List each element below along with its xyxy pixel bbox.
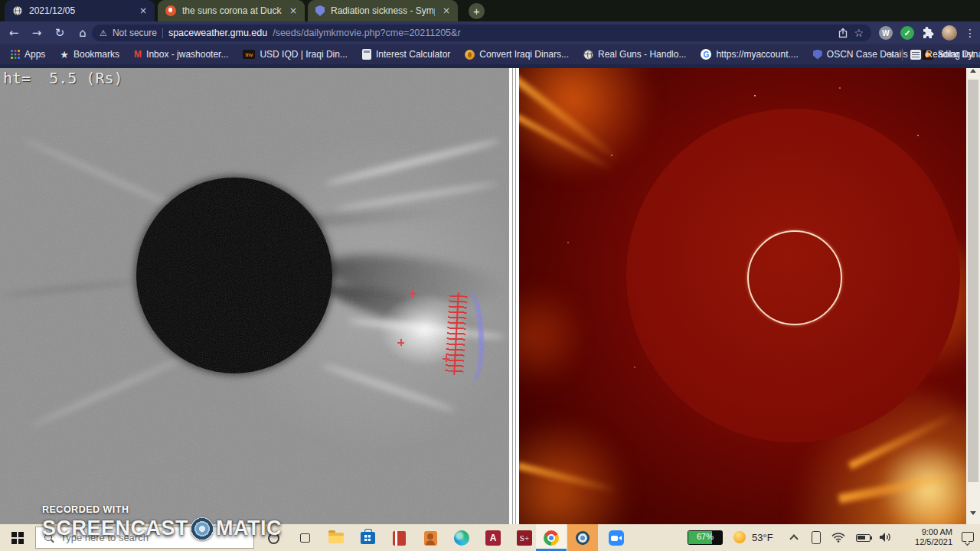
screencastomatic-button[interactable]	[573, 528, 593, 548]
access-button[interactable]: A	[483, 528, 503, 548]
address-bar[interactable]: ⚠ Not secure spaceweather.gmu.edu /seeds…	[92, 24, 871, 41]
gmail-icon: M	[134, 49, 142, 60]
search-input[interactable]	[60, 532, 237, 543]
battery-percent-label: 67%	[688, 532, 723, 541]
bookmark-interest-calculator[interactable]: Interest Calculator	[362, 49, 450, 60]
shield-favicon-icon	[315, 5, 325, 16]
tab-title: the suns corona at DuckDuckGo	[182, 5, 282, 16]
bookmark-convert-dinars[interactable]: Convert Iraqi Dinars...	[465, 49, 569, 60]
profile-avatar[interactable]	[942, 25, 957, 41]
tab-title: Radiation sickness - Symptoms a	[331, 5, 435, 16]
scroll-down-arrow-icon[interactable]	[970, 511, 976, 515]
share-icon[interactable]	[838, 28, 848, 38]
image-divider	[509, 64, 519, 524]
scroll-up-arrow-icon[interactable]	[970, 69, 976, 73]
cortana-icon	[268, 533, 279, 544]
calculator-icon	[362, 49, 371, 60]
reading-list-button[interactable]: Reading list	[910, 49, 974, 60]
home-button[interactable]: ⌂	[74, 26, 92, 40]
duckduckgo-favicon-icon	[165, 5, 176, 16]
bookmarks-bar: Apps ★ Bookmarks M Inbox - jwashooter...…	[0, 44, 980, 64]
reload-button[interactable]: ↻	[51, 26, 69, 40]
zoom-app-button[interactable]	[606, 528, 626, 548]
file-explorer-button[interactable]	[326, 528, 346, 548]
url-divider	[162, 28, 163, 38]
close-tab-icon[interactable]: ×	[441, 5, 452, 16]
not-secure-warning-icon: ⚠	[100, 28, 107, 38]
separator	[902, 48, 903, 60]
height-readout-label: ht= 5.5 (Rs)	[3, 69, 123, 87]
scrollbar-thumb[interactable]	[968, 80, 978, 482]
bookmarks-overflow-chevron[interactable]: »	[888, 49, 894, 60]
start-button[interactable]	[0, 524, 35, 551]
search-icon	[44, 533, 54, 543]
mail-app-button[interactable]	[389, 528, 409, 548]
desktop-screen: 2021/12/05 × the suns corona at DuckDuck…	[0, 0, 980, 551]
battery-tray-icon[interactable]	[856, 534, 871, 542]
page-content: ht= 5.5 (Rs)	[0, 64, 980, 524]
tab-duckduckgo-search[interactable]: the suns corona at DuckDuckGo ×	[158, 0, 305, 21]
tab-radiation-sickness[interactable]: Radiation sickness - Symptoms a ×	[308, 0, 458, 21]
close-tab-icon[interactable]: ×	[288, 5, 299, 16]
coin-icon	[465, 50, 475, 60]
page-top-strip	[0, 64, 980, 68]
screencastomatic-icon	[576, 531, 590, 545]
microsoft-store-button[interactable]	[358, 528, 377, 548]
page-scrollbar[interactable]	[966, 64, 980, 524]
temperature-label[interactable]: 53°F	[752, 532, 773, 543]
action-center-icon[interactable]	[962, 532, 974, 542]
your-phone-icon[interactable]	[812, 531, 821, 544]
back-button[interactable]: ←	[5, 26, 23, 40]
url-domain: spaceweather.gmu.edu	[168, 28, 267, 38]
windows-logo-icon	[11, 532, 24, 544]
not-secure-label: Not secure	[113, 28, 157, 38]
solar-limb-circle	[747, 230, 842, 325]
folder-icon	[328, 533, 344, 543]
people-app-button[interactable]	[420, 528, 440, 548]
bookmark-usd-iqd[interactable]: inv USD IQD | Iraqi Din...	[243, 49, 347, 60]
checkmark-extension-icon[interactable]: ✓	[900, 26, 914, 40]
taskbar-search-box[interactable]	[35, 527, 254, 549]
extensions-puzzle-icon[interactable]	[922, 27, 934, 39]
access-icon: A	[485, 530, 501, 546]
red-book-icon	[393, 531, 406, 546]
bookmark-star-icon[interactable]: ☆	[854, 27, 864, 39]
wikipedia-extension-icon[interactable]: W	[879, 26, 893, 40]
chrome-button[interactable]	[541, 528, 561, 548]
browser-toolbar: ← → ↻ ⌂ ⚠ Not secure spaceweather.gmu.ed…	[0, 21, 980, 44]
reading-list-icon	[910, 50, 921, 60]
measurement-cross	[397, 339, 404, 346]
wifi-icon[interactable]	[831, 532, 845, 543]
tab-title: 2021/12/05	[29, 5, 132, 16]
globe-favicon-icon	[12, 5, 23, 16]
bookmark-bookmarks[interactable]: ★ Bookmarks	[60, 49, 119, 60]
weather-sun-icon[interactable]	[733, 531, 746, 543]
clock-time: 9:00 AM	[897, 527, 952, 537]
bookmark-apps[interactable]: Apps	[11, 49, 45, 60]
coronagraph-grayscale-image: ht= 5.5 (Rs)	[0, 64, 509, 524]
edge-button[interactable]	[452, 528, 472, 548]
measurement-cross	[409, 290, 416, 297]
globe-icon	[583, 50, 593, 60]
bookmark-myaccount[interactable]: G https://myaccount....	[701, 49, 798, 60]
battery-percent-widget[interactable]: 67%	[688, 530, 723, 545]
show-hidden-icons-chevron[interactable]	[789, 534, 798, 543]
occulting-disk	[136, 178, 332, 373]
store-bag-icon	[361, 532, 375, 544]
tab-date-movie[interactable]: 2021/12/05 ×	[5, 0, 155, 21]
speaker-icon[interactable]	[879, 532, 892, 543]
edge-icon	[454, 530, 469, 546]
taskbar-clock[interactable]: 9:00 AM 12/5/2021	[897, 527, 952, 547]
forward-button[interactable]: →	[28, 26, 46, 40]
task-view-button[interactable]	[295, 528, 315, 548]
new-tab-button[interactable]: +	[469, 3, 485, 19]
close-tab-icon[interactable]: ×	[138, 5, 149, 16]
cortana-button[interactable]	[263, 528, 283, 548]
s-plus-app-button[interactable]: S+	[514, 528, 534, 548]
google-icon: G	[701, 49, 711, 60]
bookmark-real-guns[interactable]: Real Guns - Handlo...	[583, 49, 686, 60]
browser-menu-icon[interactable]: ⋮	[965, 27, 975, 39]
bookmark-inbox[interactable]: M Inbox - jwashooter...	[134, 49, 228, 60]
url-path: /seeds/dailymkmovie.php?cme=20211205&r	[273, 28, 832, 38]
investing-icon: inv	[243, 50, 255, 59]
